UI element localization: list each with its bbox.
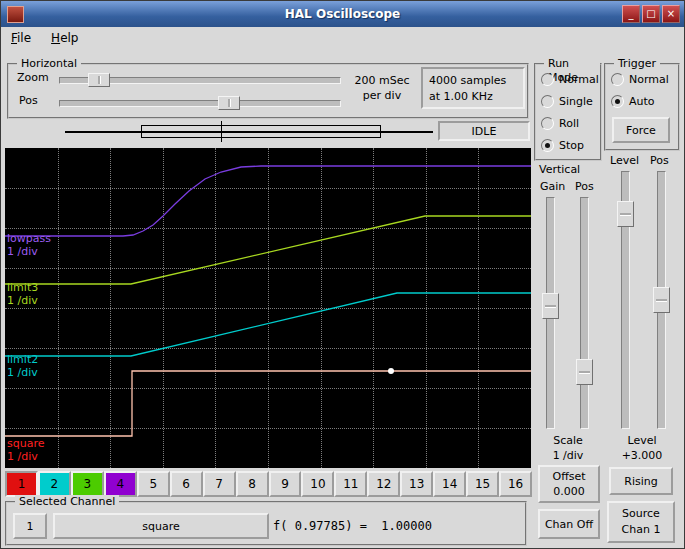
channel-button-1[interactable]: 1 xyxy=(5,471,38,497)
minimize-icon[interactable]: _ xyxy=(622,5,640,23)
radio-icon xyxy=(541,95,554,108)
channel-button-6[interactable]: 6 xyxy=(170,471,203,497)
menu-help[interactable]: Help xyxy=(51,31,78,45)
trigger-mode-option-normal[interactable]: Normal xyxy=(606,68,678,90)
offset-label: Offset xyxy=(552,469,585,484)
channel-button-3[interactable]: 3 xyxy=(71,471,104,497)
vertical-pos-label: Pos xyxy=(575,180,594,193)
radio-icon xyxy=(611,73,624,86)
zoom-slider-handle[interactable] xyxy=(88,73,110,87)
scale-title: Scale xyxy=(534,433,602,448)
run-mode-option-label: Single xyxy=(559,95,593,108)
maximize-icon[interactable]: □ xyxy=(642,5,660,23)
menu-file[interactable]: File xyxy=(11,31,31,45)
channel-button-10[interactable]: 10 xyxy=(301,471,334,497)
close-icon[interactable]: × xyxy=(662,5,680,23)
sample-info-box: 4000 samples at 1.00 KHz xyxy=(421,67,525,109)
run-mode-option-label: Normal xyxy=(559,73,599,86)
channel-button-16[interactable]: 16 xyxy=(499,471,532,497)
close-glyph: × xyxy=(667,9,675,19)
run-mode-panel: Run Mode NormalSingleRollStop xyxy=(534,63,602,161)
horizontal-pos-label: Pos xyxy=(19,94,38,107)
sample-rate: at 1.00 KHz xyxy=(429,89,523,105)
channel-button-4[interactable]: 4 xyxy=(104,471,137,497)
window-title: HAL Oscilloscope xyxy=(1,7,684,21)
selected-channel-source-button[interactable]: square xyxy=(53,513,269,539)
run-mode-option-single[interactable]: Single xyxy=(536,90,600,112)
trigger-level-readout-title: Level xyxy=(604,433,680,448)
trigger-level-readout: Level +3.000 xyxy=(604,433,680,463)
trigger-source-button[interactable]: Source Chan 1 xyxy=(607,501,675,543)
scope-display[interactable]: lowpass1 /divlimit31 /divlimit21 /divsqu… xyxy=(5,148,531,468)
trigger-pos-slider-handle[interactable] xyxy=(653,287,670,313)
trigger-level-slider-handle[interactable] xyxy=(617,201,634,227)
vertical-title: Vertical xyxy=(539,163,580,176)
gain-label: Gain xyxy=(540,180,565,193)
offset-value: 0.000 xyxy=(553,484,585,499)
scale-readout: Scale 1 /div xyxy=(534,433,602,463)
record-trigger-marker xyxy=(221,121,222,142)
channel-button-7[interactable]: 7 xyxy=(203,471,236,497)
status-box: IDLE xyxy=(438,121,530,141)
selected-channel-panel: Selected Channel 1 square f( 0.97785) = … xyxy=(5,501,527,546)
trigger-edge-button[interactable]: Rising xyxy=(609,467,673,495)
horizontal-panel: Horizontal Zoom Pos 200 mSec per div 400… xyxy=(7,63,529,119)
trigger-options: NormalAuto xyxy=(606,68,678,112)
zoom-slider[interactable] xyxy=(59,77,341,84)
vertical-pos-slider[interactable] xyxy=(580,197,589,429)
channel-button-13[interactable]: 13 xyxy=(400,471,433,497)
trace-label-lowpass: lowpass1 /div xyxy=(7,232,51,258)
channel-button-5[interactable]: 5 xyxy=(137,471,170,497)
channel-button-14[interactable]: 14 xyxy=(433,471,466,497)
selected-channel-number-button[interactable]: 1 xyxy=(13,513,47,539)
run-mode-option-roll[interactable]: Roll xyxy=(536,112,600,134)
trigger-source-value: Chan 1 xyxy=(622,522,661,538)
sample-value-readout: f( 0.97785) = 1.00000 xyxy=(273,519,432,533)
time-per-div-value: 200 mSec xyxy=(343,73,421,88)
channel-button-15[interactable]: 15 xyxy=(466,471,499,497)
trigger-mode-option-label: Normal xyxy=(629,73,669,86)
horizontal-pos-slider[interactable] xyxy=(59,100,341,107)
channel-button-2[interactable]: 2 xyxy=(38,471,71,497)
vertical-pos-slider-handle[interactable] xyxy=(576,359,593,385)
radio-icon xyxy=(611,95,624,108)
trigger-mode-option-auto[interactable]: Auto xyxy=(606,90,678,112)
run-mode-options: NormalSingleRollStop xyxy=(536,68,600,156)
channel-button-9[interactable]: 9 xyxy=(269,471,302,497)
run-mode-option-label: Stop xyxy=(559,139,584,152)
gain-slider-handle[interactable] xyxy=(542,293,559,319)
channel-button-11[interactable]: 11 xyxy=(334,471,367,497)
radio-icon xyxy=(541,73,554,86)
app-window: HAL Oscilloscope _ □ × FileHelp Horizont… xyxy=(0,0,685,549)
record-view-window[interactable] xyxy=(141,125,381,138)
run-mode-option-label: Roll xyxy=(559,117,579,130)
trace-label-square: square1 /div xyxy=(7,437,44,463)
force-button[interactable]: Force xyxy=(612,117,670,143)
radio-icon xyxy=(541,117,554,130)
scale-value: 1 /div xyxy=(534,448,602,463)
time-per-div: 200 mSec per div xyxy=(343,73,421,103)
trigger-level-readout-value: +3.000 xyxy=(604,448,680,463)
trigger-pos-label: Pos xyxy=(650,154,669,167)
window-menu-icon[interactable] xyxy=(7,6,24,23)
sample-count: 4000 samples xyxy=(429,73,523,89)
radio-icon xyxy=(541,139,554,152)
trigger-mode-option-label: Auto xyxy=(629,95,655,108)
horizontal-pos-slider-handle[interactable] xyxy=(218,96,240,110)
run-mode-option-normal[interactable]: Normal xyxy=(536,68,600,90)
trace-label-limit2: limit21 /div xyxy=(7,353,38,379)
channel-button-8[interactable]: 8 xyxy=(236,471,269,497)
zoom-label: Zoom xyxy=(17,71,49,84)
maximize-glyph: □ xyxy=(646,9,655,19)
status-text: IDLE xyxy=(472,125,497,138)
scope-trace-labels: lowpass1 /divlimit31 /divlimit21 /divsqu… xyxy=(5,148,531,468)
chan-off-button[interactable]: Chan Off xyxy=(538,509,600,539)
trigger-level-label: Level xyxy=(610,154,639,167)
run-mode-option-stop[interactable]: Stop xyxy=(536,134,600,156)
title-bar[interactable]: HAL Oscilloscope _ □ × xyxy=(1,1,684,27)
menu-bar: FileHelp xyxy=(1,27,684,49)
channel-button-12[interactable]: 12 xyxy=(367,471,400,497)
window-controls: _ □ × xyxy=(622,5,680,23)
channel-buttons-row: 12345678910111213141516 xyxy=(5,471,532,497)
offset-button[interactable]: Offset 0.000 xyxy=(538,465,600,503)
